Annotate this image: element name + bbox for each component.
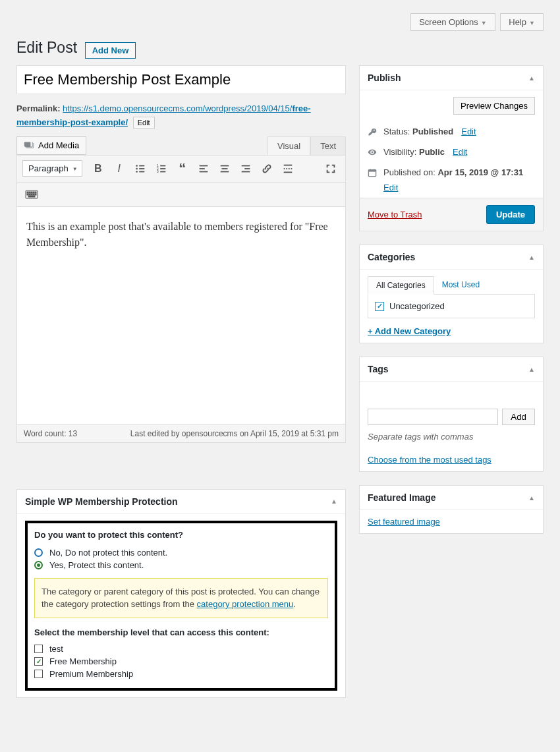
tab-visual[interactable]: Visual (267, 136, 310, 155)
membership-level-checkbox[interactable] (34, 670, 43, 678)
edit-visibility-link[interactable]: Edit (453, 147, 467, 157)
bullet-list-button[interactable] (131, 159, 150, 178)
italic-button[interactable]: I (110, 159, 128, 178)
svg-rect-25 (291, 168, 292, 169)
category-protection-link[interactable]: category protection menu (197, 599, 294, 609)
svg-rect-13 (199, 168, 204, 169)
svg-point-2 (136, 167, 138, 169)
radio-no-protect[interactable] (34, 548, 43, 557)
calendar-icon (368, 168, 378, 177)
swpm-question: Do you want to protect this content? (34, 530, 328, 540)
post-title-input[interactable] (16, 65, 346, 94)
permalink-link[interactable]: https://s1.demo.opensourcecms.com/wordpr… (16, 103, 311, 127)
align-left-button[interactable] (194, 159, 213, 178)
key-icon (368, 127, 378, 136)
svg-rect-23 (286, 168, 287, 169)
add-category-link[interactable]: + Add New Category (368, 326, 451, 336)
screen-options-button[interactable]: Screen Options▼ (410, 13, 495, 31)
svg-rect-36 (33, 194, 34, 195)
svg-text:3: 3 (157, 169, 159, 173)
add-media-button[interactable]: Add Media (16, 136, 86, 155)
svg-rect-42 (374, 169, 374, 171)
editor-box: Paragraph B I 123 “ Th (16, 155, 346, 443)
svg-rect-9 (160, 168, 165, 169)
last-edited: Last edited by opensourcecms on April 15… (130, 429, 339, 438)
svg-rect-7 (160, 165, 165, 166)
tags-title: Tags (368, 364, 389, 374)
svg-rect-28 (27, 192, 28, 193)
svg-rect-37 (35, 194, 36, 195)
svg-rect-24 (289, 168, 290, 169)
help-button[interactable]: Help▼ (500, 13, 544, 31)
svg-rect-29 (29, 192, 30, 193)
svg-rect-40 (368, 169, 376, 171)
svg-rect-34 (29, 194, 30, 195)
swpm-title: Simple WP Membership Protection (25, 496, 178, 507)
set-featured-image-link[interactable]: Set featured image (368, 517, 440, 527)
tab-most-used[interactable]: Most Used (434, 276, 488, 295)
membership-level-row: test (34, 644, 328, 654)
svg-rect-31 (33, 192, 34, 193)
svg-rect-30 (31, 192, 32, 193)
chevron-down-icon: ▼ (529, 20, 535, 26)
edit-date-link[interactable]: Edit (383, 183, 535, 192)
swpm-notice: The category or parent category of this … (34, 578, 328, 618)
fullscreen-button[interactable] (322, 159, 340, 178)
category-checkbox[interactable] (375, 302, 384, 311)
keyboard-toggle-button[interactable] (22, 185, 41, 204)
read-more-button[interactable] (279, 159, 297, 178)
membership-level-row: Free Membership (34, 656, 328, 666)
svg-point-4 (136, 171, 138, 173)
categories-title: Categories (368, 252, 415, 262)
align-right-button[interactable] (237, 159, 255, 178)
permalink-row: Permalink: https://s1.demo.opensourcecms… (16, 102, 346, 130)
collapse-icon[interactable]: ▲ (528, 74, 535, 82)
svg-rect-32 (35, 192, 36, 193)
collapse-icon[interactable]: ▲ (528, 366, 535, 373)
editor-content[interactable]: This is an example post that's available… (17, 207, 345, 424)
word-count: Word count: 13 (24, 429, 77, 438)
svg-rect-18 (241, 165, 250, 166)
category-label: Uncategorized (389, 301, 445, 311)
svg-point-0 (136, 165, 138, 167)
membership-level-checkbox[interactable] (34, 657, 43, 666)
membership-level-row: Premium Membership (34, 669, 328, 679)
update-button[interactable]: Update (486, 205, 535, 224)
align-center-button[interactable] (215, 159, 234, 178)
tag-input[interactable] (368, 409, 498, 425)
collapse-icon[interactable]: ▲ (528, 254, 535, 261)
radio-yes-protect[interactable] (34, 561, 43, 569)
numbered-list-button[interactable]: 123 (152, 159, 171, 178)
tab-text[interactable]: Text (310, 136, 346, 155)
add-new-button[interactable]: Add New (85, 42, 136, 59)
page-title: Edit Post (16, 38, 77, 58)
preview-button[interactable]: Preview Changes (453, 97, 535, 115)
link-button[interactable] (258, 159, 276, 178)
category-item: Uncategorized (375, 301, 528, 311)
edit-slug-button[interactable]: Edit (133, 117, 155, 129)
blockquote-button[interactable]: “ (173, 159, 192, 178)
collapse-icon[interactable]: ▲ (331, 498, 337, 505)
format-select[interactable]: Paragraph (22, 160, 82, 177)
membership-level-label: test (49, 644, 63, 654)
svg-rect-17 (220, 171, 229, 172)
bold-button[interactable]: B (89, 159, 107, 178)
media-icon (24, 140, 34, 151)
tab-all-categories[interactable]: All Categories (368, 276, 434, 295)
choose-tags-link[interactable]: Choose from the most used tags (368, 455, 491, 465)
svg-rect-15 (220, 165, 229, 166)
publish-title: Publish (368, 72, 401, 83)
collapse-icon[interactable]: ▲ (528, 494, 535, 502)
move-to-trash-link[interactable]: Move to Trash (368, 210, 422, 219)
edit-status-link[interactable]: Edit (461, 127, 476, 136)
svg-rect-19 (244, 168, 250, 169)
svg-rect-22 (283, 168, 285, 169)
membership-level-checkbox[interactable] (34, 645, 43, 653)
svg-rect-11 (160, 171, 165, 172)
svg-rect-1 (139, 165, 144, 166)
svg-rect-20 (241, 171, 250, 172)
tag-hint: Separate tags with commas (368, 432, 535, 442)
add-tag-button[interactable]: Add (502, 409, 535, 425)
svg-rect-35 (31, 194, 32, 195)
svg-rect-14 (199, 171, 208, 172)
